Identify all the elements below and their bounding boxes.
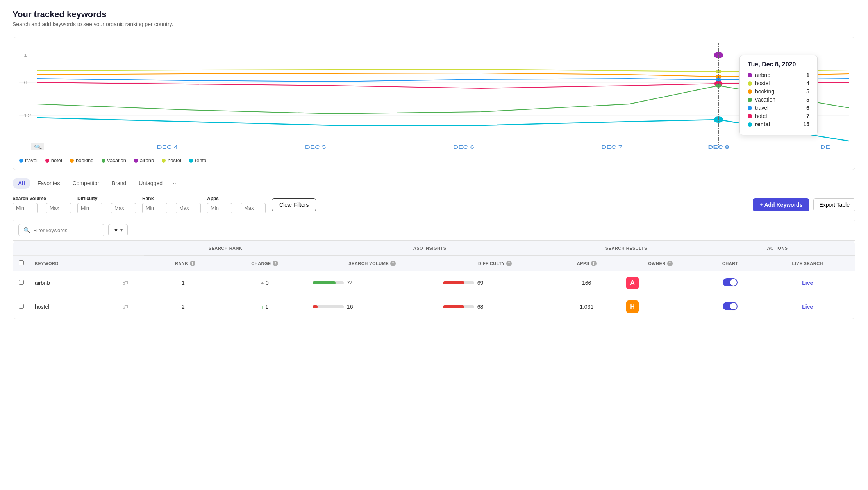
- legend-hostel: hostel: [162, 157, 181, 163]
- filter-apps-label: Apps: [207, 196, 266, 201]
- th-apps: APPS ?: [552, 256, 621, 271]
- search-volume-info-icon[interactable]: ?: [390, 261, 396, 266]
- svg-text:1: 1: [24, 53, 27, 57]
- row-difficulty-hostel: 68: [438, 295, 553, 319]
- th-difficulty: DIFFICULTY ?: [438, 256, 553, 271]
- add-keywords-button[interactable]: + Add Keywords: [753, 198, 810, 211]
- search-box[interactable]: 🔍: [18, 224, 104, 236]
- svg-text:🔍: 🔍: [34, 144, 42, 150]
- export-table-button[interactable]: Export Table: [813, 198, 855, 211]
- chart-toggle-hostel[interactable]: [723, 302, 738, 310]
- legend-rental: rental: [189, 157, 208, 163]
- owner-icon-hostel: H: [626, 300, 639, 313]
- owner-info-icon[interactable]: ?: [667, 261, 673, 266]
- live-link-airbnb[interactable]: Live: [802, 280, 813, 286]
- chart-container: 1 6 12: [13, 37, 855, 170]
- row-change-hostel: ↑ 1: [222, 295, 307, 319]
- apps-info-icon[interactable]: ?: [591, 261, 597, 266]
- row-chart-hostel: [700, 295, 761, 319]
- clear-filters-button[interactable]: Clear Filters: [272, 198, 316, 211]
- tab-more[interactable]: ···: [170, 178, 181, 188]
- funnel-icon: ▼: [113, 227, 119, 233]
- column-header-row: KEYWORD ↑ RANK ? CHANGE ?: [13, 256, 855, 271]
- chart-legend: travel hotel booking vacation airbnb hos…: [19, 157, 849, 163]
- th-keyword: KEYWORD: [29, 256, 107, 271]
- search-volume-bar-airbnb: [313, 281, 344, 284]
- tooltip-row-hostel: hostel 4: [748, 80, 809, 86]
- table-toolbar: 🔍 ▼ ▾: [13, 220, 855, 241]
- tab-favorites[interactable]: Favorites: [32, 178, 66, 189]
- rank-max-input[interactable]: [176, 203, 201, 213]
- row-search-volume-hostel: 16: [307, 295, 438, 319]
- filter-rank-inputs: —: [142, 203, 201, 213]
- change-arrow-hostel: ↑: [261, 304, 264, 310]
- table-body: airbnb 🏷 1 ● 0: [13, 271, 855, 319]
- th-rank: ↑ RANK ?: [144, 256, 222, 271]
- svg-text:DEC 6: DEC 6: [453, 145, 474, 150]
- filter-difficulty-inputs: —: [77, 203, 136, 213]
- chart-svg: 1 6 12: [19, 43, 849, 153]
- th-keyword-group: [13, 241, 144, 256]
- tab-brand[interactable]: Brand: [106, 178, 132, 189]
- row-tag-airbnb: 🏷: [107, 271, 144, 295]
- keywords-table: SEARCH RANK ASO INSIGHTS SEARCH RESULTS …: [13, 241, 855, 319]
- row-checkbox-hostel[interactable]: [19, 304, 24, 309]
- live-link-hostel[interactable]: Live: [802, 304, 813, 310]
- chart-tooltip: Tue, Dec 8, 2020 airbnb 1 hostel 4 booki…: [739, 55, 818, 135]
- row-difficulty-airbnb: 69: [438, 271, 553, 295]
- difficulty-bar-airbnb: [443, 281, 474, 284]
- row-keyword-hostel: hostel: [29, 295, 107, 319]
- apps-min-input[interactable]: [207, 203, 232, 213]
- filter-dropdown-button[interactable]: ▼ ▾: [108, 224, 128, 236]
- legend-dot-vacation: [102, 159, 105, 163]
- filters-row: Search Volume — Difficulty — Rank —: [13, 196, 855, 213]
- filter-search-volume: Search Volume —: [13, 196, 71, 213]
- tab-all[interactable]: All: [13, 178, 30, 189]
- search-volume-max-input[interactable]: [46, 203, 71, 213]
- tooltip-dot-airbnb: [748, 73, 752, 77]
- tooltip-row-hotel: hotel 7: [748, 113, 809, 119]
- svg-text:DE: DE: [820, 145, 830, 150]
- apps-max-input[interactable]: [241, 203, 266, 213]
- tab-competitor[interactable]: Competitor: [67, 178, 104, 189]
- difficulty-max-input[interactable]: [111, 203, 136, 213]
- select-all-checkbox[interactable]: [19, 260, 24, 265]
- tabs-bar: All Favorites Competitor Brand Untagged …: [13, 178, 855, 189]
- row-apps-hostel: 1,031: [552, 295, 621, 319]
- row-search-volume-airbnb: 74: [307, 271, 438, 295]
- th-search-rank-group: SEARCH RANK: [144, 241, 307, 256]
- change-info-icon[interactable]: ?: [273, 261, 278, 266]
- search-volume-bar-hostel: [313, 305, 344, 308]
- legend-dot-rental: [189, 159, 193, 163]
- svg-text:DEC 8: DEC 8: [708, 145, 729, 150]
- svg-text:DEC 7: DEC 7: [601, 145, 622, 150]
- row-live-hostel: Live: [761, 295, 855, 319]
- row-checkbox-cell-hostel: [13, 295, 30, 319]
- chart-toggle-airbnb[interactable]: [723, 278, 738, 286]
- owner-icon-airbnb: A: [626, 277, 639, 289]
- row-chart-airbnb: [700, 271, 761, 295]
- search-input[interactable]: [33, 227, 99, 233]
- tooltip-date: Tue, Dec 8, 2020: [748, 61, 809, 68]
- row-checkbox-airbnb[interactable]: [19, 280, 24, 285]
- th-change: CHANGE ?: [222, 256, 307, 271]
- legend-dot-travel: [19, 159, 23, 163]
- sort-up-icon: ↑: [171, 261, 173, 266]
- rank-info-icon[interactable]: ?: [190, 261, 195, 266]
- difficulty-min-input[interactable]: [77, 203, 102, 213]
- tooltip-dot-rental: [748, 122, 752, 127]
- legend-dot-hotel: [45, 159, 49, 163]
- filters-right: + Add Keywords Export Table: [753, 198, 855, 211]
- th-checkbox: [13, 256, 30, 271]
- rank-min-input[interactable]: [142, 203, 167, 213]
- th-live-search: LIVE SEARCH: [761, 256, 855, 271]
- search-volume-min-input[interactable]: [13, 203, 38, 213]
- row-keyword-airbnb: airbnb: [29, 271, 107, 295]
- difficulty-info-icon[interactable]: ?: [506, 261, 512, 266]
- tooltip-dot-hotel: [748, 114, 752, 118]
- tab-untagged[interactable]: Untagged: [133, 178, 168, 189]
- difficulty-bar-hostel: [443, 305, 474, 308]
- svg-text:DEC 4: DEC 4: [157, 145, 178, 150]
- th-tag: [107, 256, 144, 271]
- tooltip-dot-hostel: [748, 81, 752, 86]
